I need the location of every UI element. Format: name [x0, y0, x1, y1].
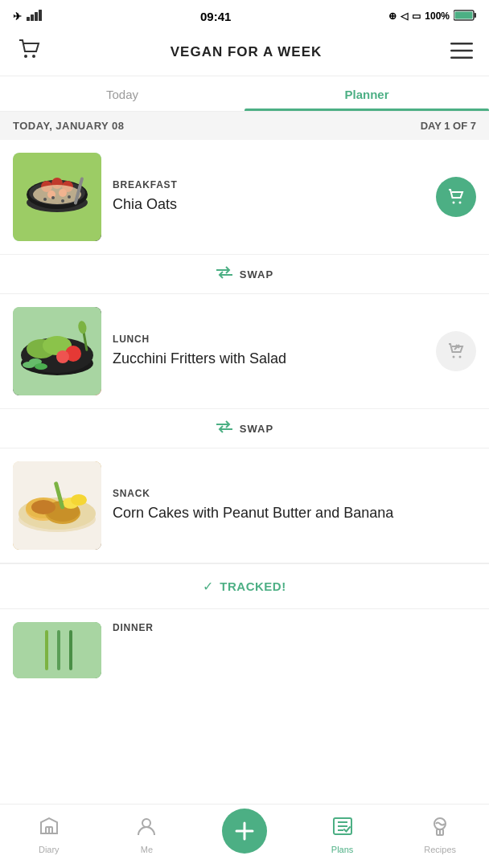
- recipes-label: Recipes: [424, 845, 456, 854]
- swap-label-1: SWAP: [240, 268, 273, 280]
- svg-rect-1: [31, 14, 34, 21]
- airplane-icon: ✈: [13, 10, 22, 23]
- lunch-name: Zucchini Fritters with Salad: [113, 350, 425, 368]
- snack-info: SNACK Corn Cakes with Peanut Butter and …: [113, 488, 425, 522]
- lunch-image: [13, 307, 101, 395]
- bottom-nav: Diary Me Plans: [0, 804, 489, 868]
- header-cart-icon[interactable]: [16, 37, 42, 68]
- swap-icon-1: [216, 266, 233, 282]
- svg-rect-9: [450, 43, 473, 45]
- breakfast-type: BREAKFAST: [113, 179, 425, 190]
- svg-rect-59: [69, 630, 72, 670]
- nav-add[interactable]: [195, 817, 294, 854]
- breakfast-name: Chia Oats: [113, 195, 425, 214]
- nav-me[interactable]: Me: [98, 816, 196, 854]
- status-time: 09:41: [200, 10, 231, 23]
- lunch-info: LUNCH Zucchini Fritters with Salad: [113, 334, 425, 368]
- breakfast-image: [13, 153, 101, 241]
- lunch-cart-button[interactable]: [436, 331, 476, 371]
- day-label: DAY 1 OF 7: [421, 120, 476, 132]
- svg-point-23: [43, 198, 47, 201]
- plans-icon: [332, 816, 353, 841]
- lunch-type: LUNCH: [113, 334, 425, 345]
- snack-card: SNACK Corn Cakes with Peanut Butter and …: [0, 448, 489, 563]
- swap-icon-2: [216, 420, 233, 436]
- svg-rect-10: [450, 50, 473, 52]
- plans-label: Plans: [331, 845, 354, 854]
- dinner-type: DINNER: [113, 622, 476, 633]
- svg-point-35: [56, 350, 69, 363]
- svg-point-41: [453, 356, 455, 358]
- swap-bar-1[interactable]: SWAP: [0, 255, 489, 294]
- tracked-check-icon: ✓: [203, 579, 213, 594]
- dinner-info: DINNER: [113, 622, 476, 638]
- svg-rect-5: [474, 13, 476, 18]
- status-bar: ✈ 09:41 ⊕ ◁ ▭ 100%: [0, 0, 489, 29]
- tracked-bar: ✓ TRACKED!: [0, 563, 489, 609]
- swap-label-2: SWAP: [240, 423, 273, 435]
- nav-diary[interactable]: Diary: [0, 816, 98, 854]
- svg-point-62: [142, 819, 150, 827]
- svg-point-37: [23, 362, 35, 368]
- svg-point-52: [31, 500, 55, 514]
- status-right: ⊕ ◁ ▭ 100%: [388, 10, 476, 23]
- svg-point-26: [68, 195, 71, 199]
- battery-icon: [454, 10, 476, 23]
- snack-type: SNACK: [113, 488, 425, 499]
- svg-point-38: [35, 363, 47, 370]
- dinner-card: DINNER: [0, 609, 489, 691]
- svg-rect-11: [450, 57, 473, 59]
- location-icon: ◁: [401, 10, 408, 22]
- screen-icon: ▭: [412, 10, 421, 22]
- diary-label: Diary: [39, 845, 60, 854]
- date-bar: TODAY, JANUARY 08 DAY 1 OF 7: [0, 112, 489, 140]
- status-left: ✈: [13, 10, 43, 23]
- svg-rect-6: [454, 11, 472, 18]
- me-label: Me: [141, 845, 153, 854]
- tab-bar: Today Planner: [0, 76, 489, 112]
- tracked-label: TRACKED!: [220, 579, 286, 593]
- lunch-card: LUNCH Zucchini Fritters with Salad: [0, 294, 489, 409]
- snack-image: [13, 461, 101, 550]
- battery-percent: 100%: [425, 10, 450, 22]
- svg-point-7: [24, 55, 27, 58]
- nav-plans[interactable]: Plans: [294, 816, 392, 854]
- svg-rect-57: [45, 630, 48, 670]
- svg-point-28: [459, 202, 462, 204]
- svg-point-54: [71, 494, 87, 506]
- svg-point-25: [61, 199, 64, 203]
- breakfast-card: BREAKFAST Chia Oats: [0, 140, 489, 255]
- nav-recipes[interactable]: Recipes: [391, 816, 489, 854]
- tab-today[interactable]: Today: [0, 76, 244, 111]
- signal-icon: [27, 10, 43, 23]
- me-icon: [136, 816, 157, 841]
- date-label: TODAY, JANUARY 08: [13, 120, 125, 132]
- tab-planner[interactable]: Planner: [244, 76, 489, 111]
- diary-icon: [39, 816, 60, 841]
- svg-point-27: [453, 202, 455, 204]
- app-title: VEGAN FOR A WEEK: [171, 44, 323, 60]
- swap-bar-2[interactable]: SWAP: [0, 409, 489, 448]
- dinner-image: [13, 622, 101, 678]
- svg-rect-0: [27, 17, 30, 21]
- add-button[interactable]: [222, 809, 267, 854]
- svg-point-24: [51, 196, 55, 199]
- breakfast-info: BREAKFAST Chia Oats: [113, 179, 425, 214]
- menu-icon[interactable]: [450, 43, 473, 62]
- app-header: VEGAN FOR A WEEK: [0, 29, 489, 76]
- svg-point-21: [33, 185, 81, 204]
- svg-rect-3: [39, 10, 42, 21]
- svg-point-42: [459, 356, 462, 358]
- lock-icon: ⊕: [388, 10, 397, 22]
- svg-rect-58: [57, 630, 60, 670]
- recipes-icon: [429, 816, 450, 841]
- breakfast-cart-button[interactable]: [436, 177, 476, 217]
- svg-rect-2: [35, 12, 38, 21]
- svg-point-8: [32, 55, 35, 58]
- snack-name: Corn Cakes with Peanut Butter and Banana: [113, 504, 425, 522]
